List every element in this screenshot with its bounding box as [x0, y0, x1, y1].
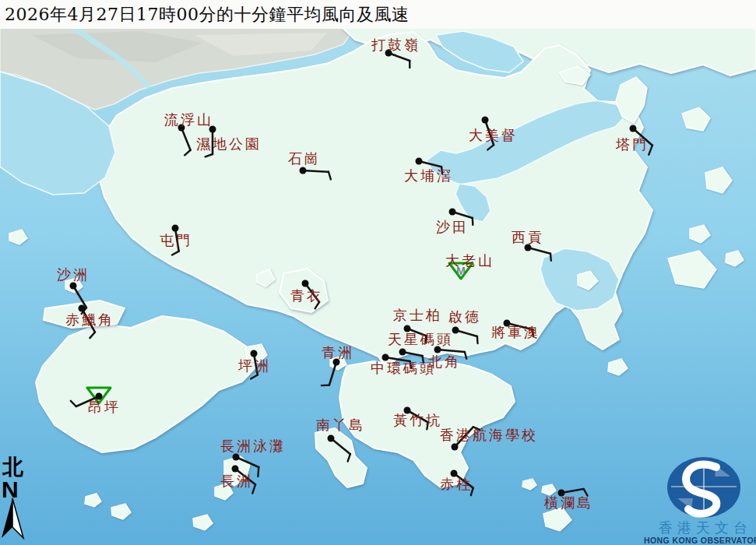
station-label: 沙洲 — [57, 266, 90, 283]
station-dot — [482, 117, 489, 124]
station-label: 昂坪 — [88, 399, 121, 415]
station-label: 大美督 — [469, 127, 518, 143]
station-label: 青衣 — [290, 287, 323, 304]
station-dot — [434, 346, 441, 353]
station-dot — [302, 280, 309, 287]
station-label: 中環碼頭 — [371, 360, 436, 376]
wind-barb-feather — [258, 467, 258, 476]
station-dot — [399, 349, 406, 356]
compass-north-letter: N — [2, 476, 19, 502]
map: 打鼓嶺流浮山濕地公園石崗大埔滘大美督塔門沙田西貢M大老山屯門沙洲赤鱲角青衣京士柏… — [0, 0, 756, 545]
station-label: 濕地公園 — [196, 135, 262, 152]
wind-barb-feather — [477, 336, 478, 343]
station-dot — [251, 350, 258, 357]
wind-barb-shaft — [303, 171, 329, 172]
station-label: 屯門 — [160, 232, 192, 248]
station-label: 赤鱲角 — [65, 311, 114, 328]
station-dot — [449, 209, 456, 216]
station-label: 將軍澳 — [491, 324, 540, 340]
station-label: 天星碼頭 — [388, 331, 453, 347]
station-dot — [209, 126, 216, 133]
compass-north-cn: 北 — [2, 455, 23, 479]
station-label: 青洲 — [322, 344, 354, 360]
station-dot — [630, 125, 637, 132]
station-label: 香港航海學校 — [440, 427, 538, 443]
wind-map-screenshot: 打鼓嶺流浮山濕地公園石崗大埔滘大美督塔門沙田西貢M大老山屯門沙洲赤鱲角青衣京士柏… — [0, 0, 756, 545]
station-label: 沙田 — [436, 219, 469, 235]
station-dot — [233, 454, 240, 461]
hko-logo-name-cn: 香港天文台 — [659, 519, 752, 536]
station-dot — [300, 167, 307, 174]
station-label: 長洲 — [220, 473, 253, 489]
station-label: 大老山 — [445, 252, 494, 269]
station-dot — [328, 435, 335, 442]
station-dot — [452, 444, 459, 451]
station-label: 打鼓嶺 — [371, 37, 420, 53]
station-label: 大埔滘 — [404, 167, 453, 184]
station-dot — [232, 466, 239, 473]
station-label: 西貢 — [512, 229, 544, 245]
station-label: 坪洲 — [237, 357, 271, 374]
station-label: 橫瀾島 — [544, 494, 593, 511]
station-dot — [70, 283, 77, 290]
station-label: 塔門 — [615, 136, 649, 153]
station-label: 赤柱 — [440, 476, 473, 492]
station-label: 京士柏 — [393, 307, 442, 323]
wind-barb-feather — [322, 385, 329, 386]
title-bar: 2026年4月27日17時00分的十分鐘平均風向及風速 — [0, 0, 756, 29]
station-label: 啟德 — [448, 308, 481, 325]
station-label: 南丫島 — [316, 417, 365, 433]
station-dot — [172, 225, 179, 232]
station-label: 長洲泳灘 — [220, 438, 286, 454]
page-title: 2026年4月27日17時00分的十分鐘平均風向及風速 — [5, 3, 409, 26]
station-label: 石崗 — [288, 150, 321, 167]
hko-logo-name-en: HONG KONG OBSERVATORY — [644, 536, 756, 545]
station-label: 黃竹坑 — [393, 412, 442, 428]
station-label: 流浮山 — [164, 111, 213, 128]
station-label: 北角 — [428, 353, 461, 370]
station-dot — [416, 158, 423, 165]
wind-barb-feather — [550, 254, 551, 261]
